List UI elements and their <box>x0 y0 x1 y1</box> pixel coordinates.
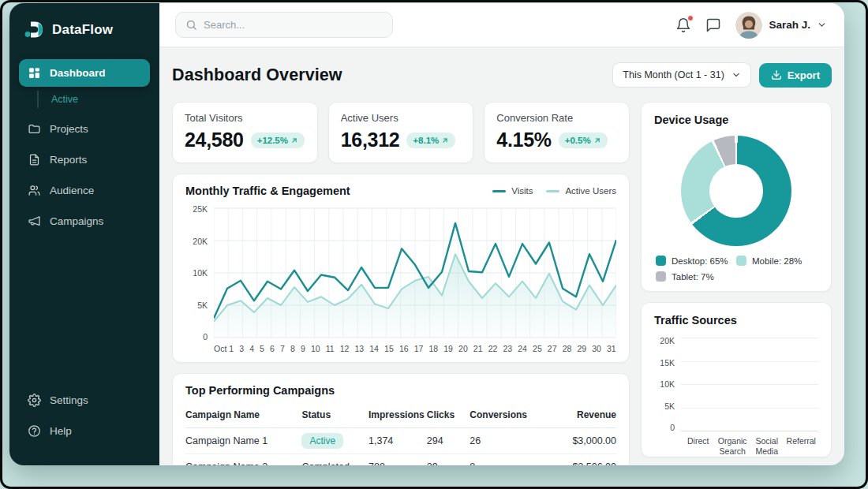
x-axis-tick: 15 <box>384 344 394 353</box>
legend-swatch <box>656 271 666 282</box>
traffic-sources-card: Traffic Sources 20K15K10K5K0 DirectOrgan… <box>641 302 832 457</box>
legend-label: Desktop: 65% <box>672 256 728 266</box>
user-name: Sarah J. <box>769 19 810 31</box>
table-cell: 29 <box>427 454 470 466</box>
legend-item-active-users[interactable]: Active Users <box>546 186 616 196</box>
sidebar-item-reports[interactable]: Reports <box>19 146 150 174</box>
x-axis-tick: 11 <box>326 344 335 353</box>
y-axis-tick: 20K <box>654 338 675 344</box>
traffic-chart-card: Monthly Traffic & Engagement Visits Acti… <box>172 174 630 363</box>
sidebar-item-campaigns[interactable]: Campaigns <box>19 207 150 235</box>
bar-label: Social Media <box>750 436 784 457</box>
content: Dashboard Overview This Month (Oct 1 - 3… <box>159 47 844 465</box>
y-axis-tick: 10K <box>185 270 208 276</box>
chart-title: Traffic Sources <box>654 314 818 327</box>
chart-title: Monthly Traffic & Engagement <box>185 185 350 197</box>
gridline <box>681 431 818 431</box>
date-range-select[interactable]: This Month (Oct 1 - 31) <box>612 62 751 88</box>
sidebar-item-projects[interactable]: Projects <box>19 115 150 143</box>
y-axis-tick: 0 <box>654 424 675 431</box>
chat-icon <box>705 17 721 33</box>
gridline <box>681 408 818 409</box>
device-legend-item: Tablet: 7% <box>656 271 736 282</box>
megaphone-icon <box>28 215 41 228</box>
user-menu[interactable]: Sarah J. <box>735 12 827 39</box>
avatar-image <box>735 12 762 39</box>
y-axis-tick: 25K <box>185 206 208 212</box>
x-axis-tick: 28 <box>563 344 572 353</box>
arrow-up-right-icon <box>593 136 601 144</box>
x-axis-tick: 5 <box>260 344 264 353</box>
x-axis-tick: 22 <box>488 344 498 353</box>
y-axis-tick: 15K <box>654 360 675 366</box>
table-cell: 26 <box>470 428 529 454</box>
device-legend-item: Desktop: 65% <box>656 256 736 266</box>
table-cell: 1,374 <box>369 428 427 454</box>
table-cell: Campaign Name 2 <box>185 454 301 466</box>
bar-chart <box>681 338 818 431</box>
sidebar-item-help[interactable]: Help <box>19 417 150 445</box>
notifications-button[interactable] <box>675 17 691 33</box>
x-axis-tick: 17 <box>414 344 424 353</box>
x-axis-tick: 10 <box>311 344 320 353</box>
x-axis-tick: 3 <box>239 344 244 353</box>
sidebar-item-dashboard[interactable]: Dashboard <box>19 59 150 87</box>
sidebar-footer: Settings Help <box>9 386 159 465</box>
column-header: Status <box>301 405 369 428</box>
sidebar-subitem-active[interactable]: Active <box>37 91 150 108</box>
trend-badge: +0.5% <box>559 133 608 148</box>
legend-swatch <box>546 190 559 192</box>
sidebar-item-label: Audience <box>50 185 94 196</box>
column-header: Conversions <box>470 405 529 428</box>
column-header: Campaign Name <box>185 405 301 428</box>
x-axis-tick: 14 <box>369 344 379 353</box>
sidebar-item-label: Help <box>50 425 72 437</box>
app-title: DataFlow <box>52 22 113 38</box>
header-controls: This Month (Oct 1 - 31) Export <box>612 62 832 88</box>
bar-label: Organic Search <box>716 436 750 457</box>
x-axis-tick: 25 <box>533 344 542 353</box>
legend-item-visits[interactable]: Visits <box>492 186 533 196</box>
sidebar-item-settings[interactable]: Settings <box>19 386 150 414</box>
table-header-row: Campaign NameStatusImpressionsClicksConv… <box>185 405 616 428</box>
column-header: Impressions <box>369 405 427 428</box>
left-column: Total Visitors 24,580 +12.5% Active User… <box>172 102 630 465</box>
campaigns-table: Campaign NameStatusImpressionsClicksConv… <box>185 405 616 465</box>
gridline <box>681 384 818 385</box>
y-axis-tick: 10K <box>654 381 675 387</box>
x-axis-tick: 18 <box>428 344 438 353</box>
messages-button[interactable] <box>705 17 721 33</box>
search-box[interactable] <box>175 12 393 38</box>
x-axis-tick: Oct 1 <box>214 344 234 353</box>
x-axis-tick: 6 <box>270 344 275 353</box>
file-text-icon <box>28 153 41 166</box>
stat-value: 4.15% <box>496 129 551 151</box>
bar-label: Referral <box>784 436 819 457</box>
trend-badge: +8.1% <box>406 133 455 148</box>
sidebar-nav: Dashboard Active Projects Reports <box>9 59 159 238</box>
x-axis-tick: 19 <box>443 344 453 353</box>
logo: DataFlow <box>9 3 159 59</box>
stat-card-total-visitors: Total Visitors 24,580 +12.5% <box>172 102 318 163</box>
download-icon <box>771 69 782 80</box>
page-title: Dashboard Overview <box>172 65 342 85</box>
y-axis: 20K15K10K5K0 <box>654 338 675 431</box>
x-axis-tick: 8 <box>290 344 295 353</box>
legend-swatch <box>736 256 746 266</box>
x-axis-tick: 20 <box>458 344 468 353</box>
arrow-up-right-icon <box>441 136 449 144</box>
trend-badge: +12.5% <box>251 133 305 148</box>
x-axis-tick: 16 <box>399 344 409 353</box>
search-icon <box>185 19 197 31</box>
sidebar-item-audience[interactable]: Audience <box>19 177 150 204</box>
table-cell: Completed <box>301 454 369 466</box>
chevron-down-icon <box>731 70 741 80</box>
x-axis-tick: 12 <box>340 344 350 353</box>
column-header: Clicks <box>427 405 470 428</box>
table-row: Campaign Name 1Active1,37429426$3,000.00 <box>185 428 616 454</box>
x-axis-tick: 4 <box>249 344 254 353</box>
sidebar-item-label: Reports <box>50 154 87 166</box>
search-input[interactable] <box>204 19 383 31</box>
chart-legend: Visits Active Users <box>492 186 616 196</box>
export-button[interactable]: Export <box>759 63 832 88</box>
